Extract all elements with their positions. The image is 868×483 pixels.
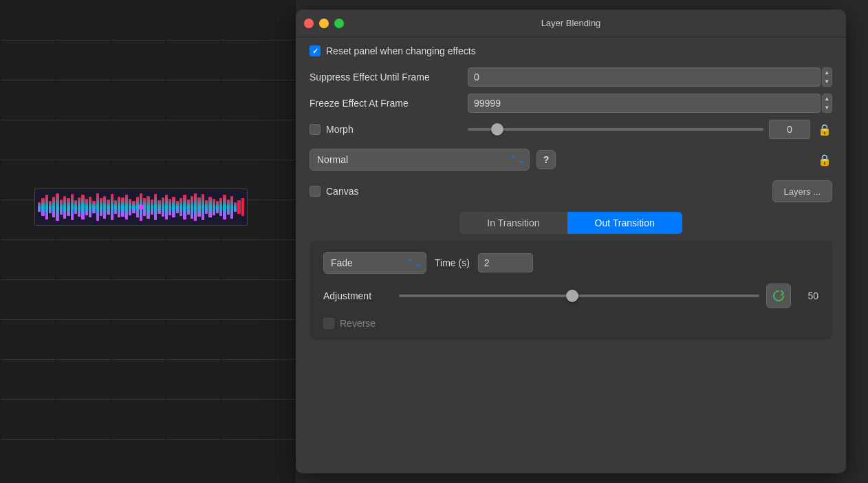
grid-line [0,120,296,120]
grid-line [0,80,296,80]
maximize-button[interactable] [334,19,344,28]
grid-line [0,279,296,280]
grid-line [0,359,296,360]
wave-bar [81,195,84,219]
wave-bar [45,195,48,219]
wave-bar [191,196,193,219]
wave-bar [114,200,117,214]
canvas-label: Canvas [326,186,358,197]
suppress-frame-down[interactable]: ▼ [823,77,832,86]
adjustment-reset-button[interactable] [766,283,791,308]
grid-line [0,399,296,400]
canvas-checkbox[interactable] [310,186,321,197]
grid-line [0,239,296,240]
time-input[interactable] [478,253,533,272]
canvas-wrap: Canvas [310,186,358,197]
help-button[interactable]: ? [536,150,556,169]
wave-bar [237,200,240,214]
morph-checkbox[interactable] [310,124,321,135]
blend-mode-row: Normal Add Subtract Multiply Screen Over… [310,149,832,171]
blend-mode-select[interactable]: Normal Add Subtract Multiply Screen Over… [310,149,530,171]
freeze-frame-down[interactable]: ▼ [823,103,832,112]
wave-bar [154,194,157,219]
wave-bar [38,202,41,211]
morph-label: Morph [326,124,354,135]
reverse-label: Reverse [340,318,376,329]
wave-bar [107,200,109,215]
wave-bar [78,197,80,217]
wave-bar [216,201,219,213]
suppress-frame-label: Suppress Effect Until Frame [310,72,461,83]
freeze-frame-row: Freeze Effect At Frame ▲ ▼ [310,94,832,113]
reset-checkbox[interactable] [310,45,321,56]
wave-bar [49,201,52,213]
suppress-frame-row: Suppress Effect Until Frame ▲ ▼ [310,67,832,87]
time-label: Time (s) [435,257,470,268]
freeze-frame-input[interactable] [468,94,821,113]
reset-label: Reset panel when changing effects [326,45,476,56]
reverse-checkbox[interactable] [323,318,334,329]
suppress-frame-up[interactable]: ▲ [823,68,832,77]
wave-bar [56,193,58,221]
timeline-grid [0,0,296,483]
minimize-button[interactable] [319,19,329,28]
reset-row: Reset panel when changing effects [310,45,832,56]
wave-bar [213,199,215,215]
wave-bar [67,198,69,216]
suppress-frame-input[interactable] [468,67,821,87]
adjustment-label: Adjustment [323,290,392,301]
wave-bar [241,198,244,216]
adjustment-row: Adjustment 50 [323,283,818,308]
morph-row: Morph 🔒 [310,120,832,139]
out-transition-tab[interactable]: Out Transition [567,212,682,234]
wave-bar [165,195,168,219]
wave-bar [60,200,63,215]
blend-lock-icon[interactable]: 🔒 [817,152,832,167]
grid-line [0,160,296,160]
freeze-frame-label: Freeze Effect At Frame [310,98,461,109]
morph-slider-wrap [468,120,810,139]
wave-bar [41,198,44,216]
wave-bar [89,197,91,218]
morph-lock-icon[interactable]: 🔒 [817,122,832,137]
title-bar: Layer Blending [296,10,846,37]
morph-slider-thumb[interactable] [491,123,503,136]
canvas-layers-row: Canvas Layers ... [310,180,832,202]
transition-tabs: In Transition Out Transition [310,212,832,234]
clip-center-marker [138,204,144,210]
close-button[interactable] [304,19,314,28]
wave-bar [92,201,95,213]
grid-line [0,40,296,41]
morph-slider-track[interactable] [468,128,763,131]
adjustment-slider-thumb[interactable] [566,290,578,302]
wave-bar [223,195,226,219]
wave-bar [205,200,208,214]
fade-select[interactable]: Fade Wipe Slide Zoom [323,252,426,274]
wave-bar [194,193,197,221]
wave-bar [219,198,222,216]
adjustment-slider-track[interactable] [399,294,759,297]
timeline-clip[interactable] [34,189,248,226]
layers-button[interactable]: Layers ... [772,180,832,202]
suppress-frame-input-wrap: ▲ ▼ [468,67,832,87]
wave-bar [183,195,186,219]
wave-bar [169,199,171,215]
in-transition-tab[interactable]: In Transition [459,212,567,234]
wave-bar [158,200,160,214]
wave-bar [85,199,88,215]
wave-bar [129,199,131,215]
fade-select-wrap: Fade Wipe Slide Zoom ⌃⌄ [323,252,426,274]
wave-bar [63,196,66,219]
wave-bar [96,193,99,221]
wave-bar [227,200,230,215]
freeze-frame-up[interactable]: ▲ [823,94,832,103]
wave-bar [197,197,200,217]
wave-bar [147,196,149,219]
wave-bar [121,197,124,217]
wave-bar [132,201,135,213]
freeze-frame-spinner: ▲ ▼ [822,94,832,113]
morph-checkbox-wrap: Morph [310,124,461,135]
wave-bar [202,194,204,219]
suppress-frame-spinner: ▲ ▼ [822,67,832,87]
morph-value-input[interactable] [769,120,810,139]
